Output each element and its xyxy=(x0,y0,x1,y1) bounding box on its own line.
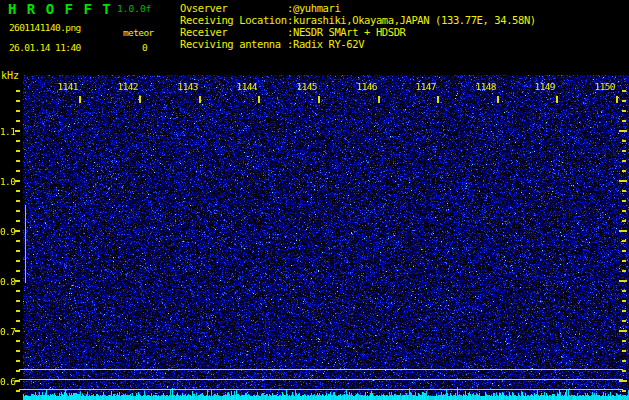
time-tick-mark xyxy=(79,96,81,103)
freq-minor-tick-right xyxy=(622,190,626,192)
freq-minor-tick-right xyxy=(622,160,626,162)
freq-minor-tick-left xyxy=(16,210,20,212)
freq-minor-tick-left xyxy=(16,170,20,172)
freq-major-tick-right xyxy=(619,130,627,132)
freq-minor-tick-right xyxy=(622,170,626,172)
time-tick-mark xyxy=(437,96,439,103)
reference-line xyxy=(19,369,623,370)
freq-minor-tick-left xyxy=(16,120,20,122)
freq-minor-tick-right xyxy=(622,210,626,212)
freq-minor-tick-right xyxy=(622,340,626,342)
freq-minor-tick-right xyxy=(622,110,626,112)
freq-minor-tick-left xyxy=(16,200,20,202)
freq-minor-tick-right xyxy=(622,250,626,252)
freq-major-tick-left xyxy=(15,180,20,182)
freq-minor-tick-left xyxy=(16,90,20,92)
freq-major-tick-right xyxy=(619,380,627,382)
info-label: Ovserver xyxy=(180,2,287,14)
time-tick-label: 1146 xyxy=(355,81,377,92)
time-tick-mark xyxy=(616,96,618,103)
freq-minor-tick-left xyxy=(16,340,20,342)
freq-tick-label: 1.0 xyxy=(0,176,15,187)
observer-info-block: Ovserver:@yuhmari Receiving Location:kur… xyxy=(180,2,536,50)
freq-minor-tick-right xyxy=(622,220,626,222)
freq-minor-tick-left xyxy=(16,320,20,322)
freq-major-tick-left xyxy=(15,380,20,382)
time-tick-label: 1145 xyxy=(295,81,317,92)
datetime-label: 26.01.14 11:40 xyxy=(9,42,81,53)
freq-major-tick-right xyxy=(619,330,627,332)
freq-major-tick-left xyxy=(15,230,20,232)
freq-minor-tick-left xyxy=(16,350,20,352)
freq-minor-tick-left xyxy=(16,370,20,372)
freq-major-tick-right xyxy=(619,180,627,182)
freq-major-tick-left xyxy=(15,280,20,282)
info-value: Radix RY-62V xyxy=(293,38,364,50)
freq-minor-tick-right xyxy=(622,240,626,242)
freq-minor-tick-right xyxy=(622,290,626,292)
freq-minor-tick-left xyxy=(16,390,20,392)
output-filename: 2601141140.png xyxy=(9,22,81,33)
time-tick-mark xyxy=(556,96,558,103)
freq-major-tick-left xyxy=(15,130,20,132)
reference-line xyxy=(19,389,623,390)
freq-tick-label: 1.1 xyxy=(0,126,15,137)
freq-major-tick-left xyxy=(15,330,20,332)
time-tick-label: 1147 xyxy=(414,81,436,92)
left-edge-marker-line xyxy=(25,205,26,283)
time-tick-mark xyxy=(497,96,499,103)
freq-tick-label: 0.6 xyxy=(0,376,15,387)
freq-minor-tick-left xyxy=(16,260,20,262)
freq-minor-tick-right xyxy=(622,270,626,272)
time-tick-mark xyxy=(139,96,141,103)
freq-minor-tick-right xyxy=(622,300,626,302)
freq-minor-tick-left xyxy=(16,220,20,222)
freq-tick-label: 0.9 xyxy=(0,226,15,237)
freq-major-tick-right xyxy=(619,230,627,232)
freq-tick-label: 0.7 xyxy=(0,326,15,337)
freq-minor-tick-left xyxy=(16,190,20,192)
info-label: Recviving antenna xyxy=(180,38,287,50)
hrofft-screen: H R O F F T 1.0.0f 2601141140.png meteor… xyxy=(0,0,629,400)
info-label: Receiving Location xyxy=(180,14,287,26)
freq-minor-tick-right xyxy=(622,370,626,372)
freq-minor-tick-right xyxy=(622,310,626,312)
time-tick-mark xyxy=(258,96,260,103)
info-line-location: Receiving Location:kurashiki,Okayama,JAP… xyxy=(180,14,536,26)
freq-minor-tick-left xyxy=(16,140,20,142)
freq-minor-tick-left xyxy=(16,310,20,312)
freq-minor-tick-left xyxy=(16,240,20,242)
freq-minor-tick-left xyxy=(16,100,20,102)
time-tick-mark xyxy=(199,96,201,103)
freq-minor-tick-right xyxy=(622,360,626,362)
info-line-observer: Ovserver:@yuhmari xyxy=(180,2,536,14)
freq-minor-tick-right xyxy=(622,350,626,352)
time-tick-label: 1148 xyxy=(474,81,496,92)
freq-tick-label: 0.8 xyxy=(0,276,15,287)
freq-minor-tick-left xyxy=(16,300,20,302)
freq-minor-tick-left xyxy=(16,270,20,272)
app-version: 1.0.0f xyxy=(117,3,151,14)
info-value: NESDR SMArt + HDSDR xyxy=(293,26,406,38)
freq-minor-tick-left xyxy=(16,360,20,362)
info-value: @yuhmari xyxy=(293,2,340,14)
freq-major-tick-right xyxy=(619,280,627,282)
freq-minor-tick-right xyxy=(622,90,626,92)
spectrogram-canvas xyxy=(23,75,629,400)
time-tick-mark xyxy=(318,96,320,103)
info-label: Receiver xyxy=(180,26,287,38)
freq-minor-tick-right xyxy=(622,320,626,322)
freq-minor-tick-right xyxy=(622,150,626,152)
time-tick-mark xyxy=(378,96,380,103)
echo-count: 0 xyxy=(142,42,147,53)
mode-label: meteor xyxy=(123,27,154,38)
freq-minor-tick-right xyxy=(622,390,626,392)
time-tick-label: 1141 xyxy=(56,81,78,92)
freq-minor-tick-left xyxy=(16,110,20,112)
freq-minor-tick-left xyxy=(16,290,20,292)
freq-minor-tick-left xyxy=(16,150,20,152)
freq-minor-tick-left xyxy=(16,160,20,162)
freq-minor-tick-right xyxy=(622,100,626,102)
info-line-receiver: Receiver:NESDR SMArt + HDSDR xyxy=(180,26,536,38)
time-tick-label: 1142 xyxy=(116,81,138,92)
